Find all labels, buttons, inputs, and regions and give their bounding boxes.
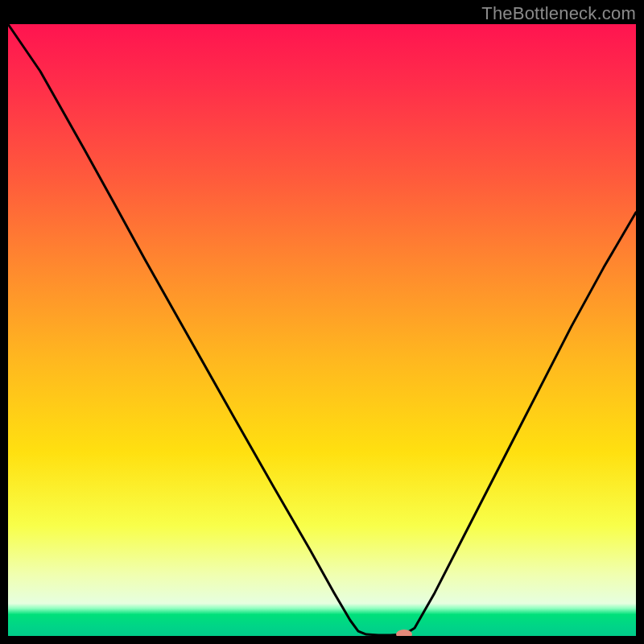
chart-canvas xyxy=(0,0,644,644)
bottleneck-chart: TheBottleneck.com xyxy=(0,0,644,644)
watermark-text: TheBottleneck.com xyxy=(481,3,636,24)
chart-frame xyxy=(0,636,644,644)
chart-frame xyxy=(636,0,644,644)
chart-frame xyxy=(0,0,8,644)
plot-background xyxy=(8,24,636,636)
